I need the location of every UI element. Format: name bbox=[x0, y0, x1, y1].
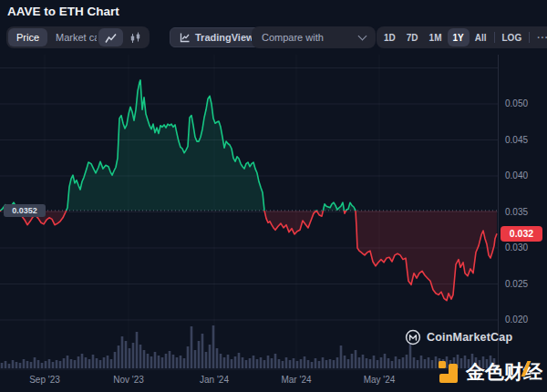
range-all[interactable]: All bbox=[470, 28, 492, 46]
coinmarketcap-logo-icon bbox=[405, 329, 421, 346]
range-1m[interactable]: 1M bbox=[424, 28, 448, 46]
jinse-finance-logo-icon bbox=[439, 360, 460, 384]
range-1d[interactable]: 1D bbox=[378, 28, 401, 46]
range-group: 1D7D1M1YAllLOG··· bbox=[377, 26, 547, 48]
x-axis-label: Jan '24 bbox=[193, 375, 235, 385]
x-axis-label: Nov '23 bbox=[108, 375, 150, 385]
x-axis-label: Sep '23 bbox=[24, 375, 66, 385]
line-chart-icon bbox=[105, 32, 117, 44]
y-axis-label: 0.025 bbox=[505, 279, 543, 289]
x-axis-label: May '24 bbox=[358, 375, 400, 385]
tradingview-button[interactable]: TradingView bbox=[170, 27, 264, 47]
page-title: AAVE to ETH Chart bbox=[7, 5, 119, 18]
range-1y[interactable]: 1Y bbox=[448, 28, 470, 46]
tradingview-label: TradingView bbox=[195, 32, 254, 43]
x-axis-label: Mar '24 bbox=[275, 375, 317, 385]
tradingview-icon bbox=[180, 32, 191, 43]
range-7d[interactable]: 7D bbox=[401, 28, 424, 46]
compare-with-dropdown[interactable]: Compare with bbox=[252, 26, 376, 48]
y-axis-label: 0.050 bbox=[505, 98, 543, 108]
coinmarketcap-watermark-label: CoinMarketCap bbox=[427, 331, 512, 344]
chart-type-group bbox=[97, 26, 150, 48]
baseline-price-badge: 0.0352 bbox=[4, 204, 46, 217]
divider bbox=[529, 32, 530, 43]
y-axis-label: 0.020 bbox=[505, 315, 543, 325]
more-options-button[interactable]: ··· bbox=[532, 28, 547, 46]
jinse-finance-watermark-label: 金色财经 bbox=[466, 359, 542, 385]
line-chart-button[interactable] bbox=[98, 28, 123, 46]
candlestick-button[interactable] bbox=[123, 28, 148, 46]
compare-with-label: Compare with bbox=[262, 32, 324, 43]
y-axis-label: 0.030 bbox=[505, 242, 543, 253]
divider bbox=[494, 32, 495, 43]
y-axis-label: 0.035 bbox=[505, 207, 543, 217]
y-axis-label: 0.045 bbox=[505, 135, 543, 145]
chevron-down-icon bbox=[358, 32, 367, 41]
jinse-finance-watermark: 金色财经 bbox=[439, 359, 542, 385]
candlestick-icon bbox=[129, 32, 141, 44]
last-price-badge: 0.032 bbox=[501, 226, 542, 242]
coinmarketcap-watermark: CoinMarketCap bbox=[405, 329, 512, 346]
y-axis-separator bbox=[498, 55, 499, 369]
log-scale-button[interactable]: LOG bbox=[497, 28, 528, 46]
chart-page: AAVE to ETH Chart PriceMarket cap Tradin… bbox=[0, 0, 547, 392]
y-axis-label: 0.040 bbox=[505, 170, 543, 181]
tab-price[interactable]: Price bbox=[8, 28, 47, 46]
